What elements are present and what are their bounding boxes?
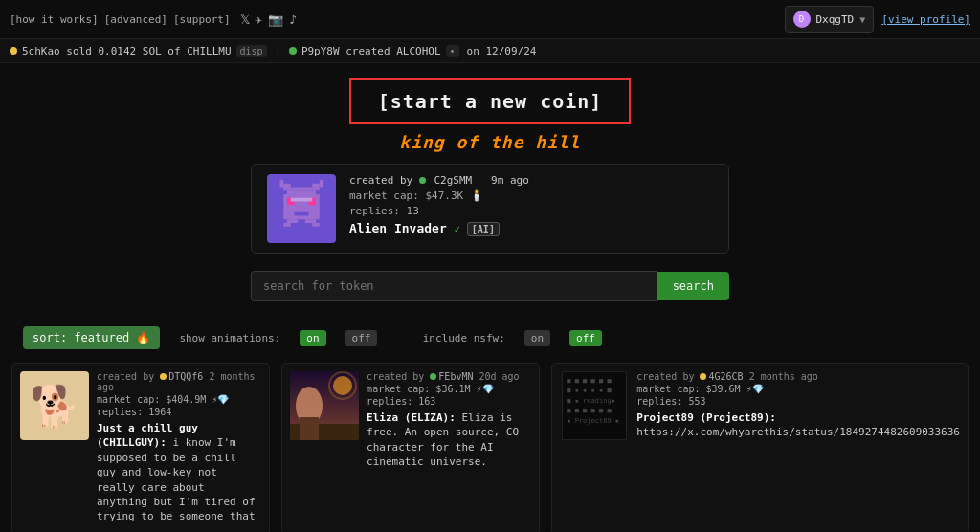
coin-meta-chillguy: created by DTQQf6 2 months ago: [97, 371, 261, 392]
top-right: D DxqgTD ▼ [view profile]: [785, 6, 971, 33]
svg-rect-0: [291, 188, 313, 191]
ticker-text-1: 5chKao sold 0.0142 SOL of CHILLMU: [22, 45, 232, 57]
svg-rect-5: [291, 198, 313, 202]
nsfw-off-toggle[interactable]: off: [569, 330, 602, 346]
nsfw-label: include nsfw:: [423, 332, 505, 344]
eliza-illustration: [290, 371, 359, 440]
ticker-disp-2: •: [446, 45, 459, 57]
ticker-dot-1: [10, 47, 17, 55]
coin-desc-chillguy: Just a chill guy (CHILLGUY): i know I'm …: [97, 421, 261, 526]
svg-rect-9: [305, 219, 316, 223]
king-meta-created: created by C2gSMM 9m ago: [349, 174, 713, 187]
coins-grid: 🐕 created by DTQQf6 2 months ago market …: [0, 363, 980, 532]
svg-point-17: [333, 376, 352, 395]
nav-support[interactable]: [support]: [173, 13, 231, 26]
ticker-dot-2: [289, 47, 297, 55]
nsfw-on-toggle[interactable]: on: [524, 330, 550, 346]
tiktok-icon[interactable]: ♪: [289, 12, 297, 27]
ticker-text-2: P9pY8W created ALCOHOL: [301, 45, 441, 57]
svg-rect-1: [287, 190, 316, 194]
animations-label: show animations:: [179, 332, 280, 344]
king-market-cap: market cap: $47.3K 🕯️: [349, 189, 713, 202]
svg-rect-14: [280, 180, 284, 188]
social-icons: 𝕏 ✈ 📷 ♪: [240, 12, 298, 27]
search-input[interactable]: [251, 271, 657, 301]
coin-market-project89: market cap: $39.6M ⚡💎: [636, 384, 960, 394]
controls-row: sort: featured 🔥 show animations: on off…: [0, 326, 980, 349]
animations-off-toggle[interactable]: off: [345, 330, 378, 346]
dropdown-arrow-icon: ▼: [859, 14, 865, 25]
ticker-bar: 5chKao sold 0.0142 SOL of CHILLMU disp |…: [0, 39, 980, 63]
svg-rect-11: [312, 223, 320, 227]
ticker-date-text: on 12/09/24: [467, 45, 537, 57]
coin-replies-chillguy: replies: 1964: [97, 407, 261, 417]
coin-market-chillguy: market cap: $404.9M ⚡💎: [97, 394, 261, 405]
svg-rect-12: [283, 184, 291, 191]
sort-button[interactable]: sort: featured 🔥: [23, 326, 160, 349]
coin-replies-eliza: replies: 163: [367, 396, 531, 407]
nav-how-it-works[interactable]: [how it works]: [10, 13, 99, 26]
ticker-disp-1: disp: [236, 45, 267, 57]
svg-rect-13: [312, 184, 320, 191]
svg-rect-10: [283, 223, 291, 227]
king-coin-image: [267, 174, 336, 243]
user-badge[interactable]: D DxqgTD ▼: [785, 6, 875, 33]
coin-desc-project89: Project89 (Project89): https://x.com/why…: [636, 410, 960, 440]
king-label: king of the hill: [399, 132, 580, 152]
coin-meta-project89: created by 4G26CB 2 months ago: [636, 371, 960, 382]
coin-image-chillguy: 🐕: [20, 371, 89, 440]
nav-left: [how it works] [advanced] [support] 𝕏 ✈ …: [10, 12, 297, 27]
start-coin-button[interactable]: [start a new coin]: [349, 78, 632, 124]
coin-image-project89: ■ ■ ■ ■ ■ ■ ■ ▪ ▪ ▪ ▪ ■ ■ ▪ reading▪ ■ ■…: [560, 371, 629, 440]
svg-rect-15: [320, 180, 323, 188]
coin-replies-project89: replies: 553: [636, 396, 960, 407]
instagram-icon[interactable]: 📷: [268, 12, 283, 27]
eliza-art: [290, 371, 359, 440]
svg-rect-8: [287, 219, 298, 223]
username: DxqgTD: [816, 13, 855, 26]
coin-info-project89: created by 4G26CB 2 months ago market ca…: [636, 371, 960, 526]
ticker-separator: |: [275, 44, 281, 57]
king-coin-name: Alien Invader ✓ [AI]: [349, 221, 713, 235]
coin-desc-eliza: Eliza (ELIZA): Eliza is free. An open so…: [367, 410, 531, 470]
coin-image-eliza: [290, 371, 359, 440]
nav-advanced[interactable]: [advanced]: [104, 13, 167, 26]
king-card[interactable]: created by C2gSMM 9m ago market cap: $47…: [251, 164, 729, 254]
coin-meta-eliza: created by FEbvMN 20d ago: [367, 371, 531, 382]
svg-rect-21: [300, 417, 319, 440]
ticker-item-1: 5chKao sold 0.0142 SOL of CHILLMU disp: [10, 45, 267, 57]
animations-on-toggle[interactable]: on: [300, 330, 325, 346]
ticker-item-date: on 12/09/24: [467, 45, 537, 57]
main-content: [start a new coin] king of the hill: [0, 63, 980, 326]
project89-art: ■ ■ ■ ■ ■ ■ ■ ▪ ▪ ▪ ▪ ■ ■ ▪ reading▪ ■ ■…: [562, 371, 627, 440]
view-profile-link[interactable]: [view profile]: [881, 13, 970, 26]
telegram-icon[interactable]: ✈: [256, 12, 263, 27]
coin-card-eliza[interactable]: created by FEbvMN 20d ago market cap: $3…: [281, 363, 540, 532]
twitter-icon[interactable]: 𝕏: [240, 12, 250, 27]
coin-card-chillguy[interactable]: 🐕 created by DTQQf6 2 months ago market …: [11, 363, 270, 532]
top-nav: [how it works] [advanced] [support] 𝕏 ✈ …: [0, 0, 980, 39]
coin-info-chillguy: created by DTQQf6 2 months ago market ca…: [97, 371, 261, 526]
ticker-item-2: P9pY8W created ALCOHOL •: [289, 45, 459, 57]
avatar: D: [793, 11, 811, 28]
king-replies: replies: 13: [349, 205, 713, 217]
alien-pixel-art: [273, 180, 330, 237]
coin-market-eliza: market cap: $36.1M ⚡💎: [367, 384, 531, 394]
king-coin-info: created by C2gSMM 9m ago market cap: $47…: [349, 174, 713, 235]
svg-rect-7: [295, 212, 309, 216]
coin-card-project89[interactable]: ■ ■ ■ ■ ■ ■ ■ ▪ ▪ ▪ ▪ ■ ■ ▪ reading▪ ■ ■…: [551, 363, 969, 532]
search-button[interactable]: search: [657, 272, 729, 300]
search-bar: search: [251, 271, 729, 301]
ai-badge: [AI]: [467, 222, 500, 236]
coin-info-eliza: created by FEbvMN 20d ago market cap: $3…: [367, 371, 531, 526]
